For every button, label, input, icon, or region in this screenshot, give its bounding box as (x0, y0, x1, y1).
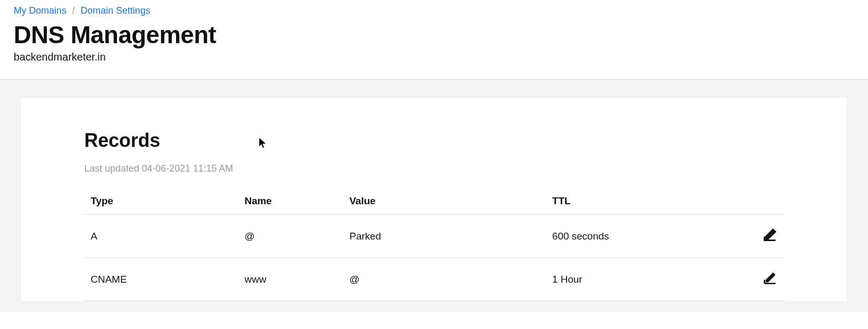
column-header-name: Name (238, 188, 343, 215)
column-header-type: Type (84, 188, 238, 215)
cell-type: CNAME (84, 258, 238, 301)
content-area: Records Last updated 04-06-2021 11:15 AM… (0, 80, 868, 312)
cell-name: www (238, 258, 343, 301)
page-header: My Domains / Domain Settings DNS Managem… (0, 0, 868, 80)
records-card: Records Last updated 04-06-2021 11:15 AM… (21, 98, 847, 301)
last-updated-text: Last updated 04-06-2021 11:15 AM (84, 163, 784, 174)
edit-record-button[interactable] (720, 271, 777, 285)
records-table: Type Name Value TTL A @ Parked 600 secon… (84, 188, 784, 301)
breadcrumb-separator: / (72, 5, 75, 16)
cell-value: @ (343, 258, 546, 301)
cell-ttl: 600 seconds (546, 215, 714, 258)
cell-type: A (84, 215, 238, 258)
edit-icon (763, 227, 777, 242)
domain-name: backendmarketer.in (14, 51, 854, 63)
records-title: Records (84, 129, 784, 152)
edit-record-button[interactable] (720, 227, 777, 242)
column-header-value: Value (343, 188, 546, 215)
cell-name: @ (238, 215, 343, 258)
table-header-row: Type Name Value TTL (84, 188, 784, 215)
breadcrumb-my-domains[interactable]: My Domains (14, 5, 66, 16)
cell-value: Parked (343, 215, 546, 258)
page-title: DNS Management (14, 21, 854, 49)
table-row: A @ Parked 600 seconds (84, 215, 784, 258)
table-row: CNAME www @ 1 Hour (84, 258, 784, 301)
breadcrumb-domain-settings[interactable]: Domain Settings (81, 5, 150, 16)
column-header-edit (714, 188, 784, 215)
breadcrumb: My Domains / Domain Settings (14, 5, 854, 16)
column-header-ttl: TTL (546, 188, 714, 215)
cell-ttl: 1 Hour (546, 258, 714, 301)
edit-icon (763, 271, 777, 285)
